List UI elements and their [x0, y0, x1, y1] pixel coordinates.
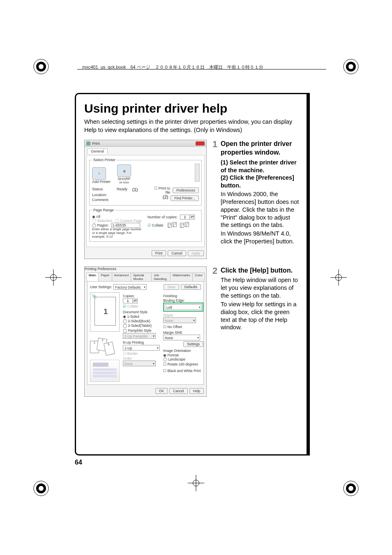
dialog-app-icon [86, 141, 90, 146]
nup-label: N-Up Printing [123, 340, 160, 345]
staple-dropdown[interactable]: None [163, 317, 196, 323]
radio-portrait[interactable]: Portrait [163, 353, 203, 357]
margin-shift-dropdown[interactable]: None [163, 335, 200, 340]
tab-special-modes[interactable]: Special Modes [131, 273, 152, 281]
step2-heading: Click the [Help] button. [221, 266, 299, 275]
binding-edge-label: Binding Edge: [163, 298, 203, 303]
page-number: 64 [75, 459, 82, 466]
radio-pages[interactable]: Pages: [92, 223, 109, 227]
defaults-button[interactable]: Defaults [181, 284, 201, 290]
tab-advanced[interactable]: Advanced [112, 273, 131, 281]
radio-landscape[interactable]: Landscape [163, 357, 203, 361]
document-style-label: Document Style [123, 310, 160, 314]
prefs-copies-spinner[interactable]: ▴▾ [123, 298, 138, 303]
user-settings-dropdown[interactable]: Factory Defaults [113, 284, 147, 290]
tab-color[interactable]: Color [192, 273, 205, 281]
printer-icon[interactable]: 🖨 [117, 164, 131, 177]
find-printer-button[interactable]: Find Printer... [171, 195, 199, 201]
step1-sub1: (1) Select the printer driver of the mac… [221, 159, 299, 174]
cancel-button[interactable]: Cancel [168, 250, 186, 256]
step-number-2: 2 [212, 266, 218, 397]
preferences-button[interactable]: Preferences [173, 187, 199, 193]
margin-shift-label: Margin Shift: [163, 331, 203, 335]
prefs-cancel-button[interactable]: Cancel [169, 388, 187, 394]
user-settings-label: User Settings: [90, 285, 112, 289]
page-preview: 📎 1 [90, 292, 120, 332]
prefs-collate-checkbox[interactable]: Collate [123, 304, 160, 308]
tab-job-handling[interactable]: Job Handling [151, 273, 171, 281]
no-offset-checkbox[interactable]: No Offset [163, 325, 203, 329]
order-dropdown[interactable]: None [123, 361, 156, 366]
prefs-tabs: Main Paper Advanced Special Modes Job Ha… [86, 272, 205, 282]
callout-2: (2) [163, 194, 168, 199]
apply-button[interactable]: Apply [188, 250, 204, 256]
save-button[interactable]: Save [164, 284, 179, 290]
help-button[interactable]: Help [189, 388, 204, 394]
pages-hint: Enter either a single page number or a s… [92, 228, 143, 238]
print-to-file-checkbox[interactable]: Print to file [154, 186, 170, 194]
svg-point-2 [39, 64, 44, 69]
crop-cross-bottom [188, 475, 204, 491]
page-range-legend: Page Range [92, 208, 115, 212]
ok-button[interactable]: OK [155, 388, 168, 394]
step1-sub2: (2) Click the [Preferences] button. [221, 174, 299, 190]
printer-sub: xx-xxxx [117, 181, 131, 184]
radio-selection[interactable]: Selection [92, 219, 113, 223]
border-checkbox[interactable]: Border [123, 352, 160, 356]
prefs-title: Printing Preferences [85, 267, 116, 271]
rotate-180-checkbox[interactable]: Rotate 180 degrees [163, 362, 203, 366]
device-preview [90, 360, 120, 382]
bw-print-checkbox[interactable]: Black and White Print [163, 369, 203, 373]
order-label: Order: [123, 356, 160, 361]
status-key: Status: [92, 187, 112, 192]
radio-1sided[interactable]: 1-Sided [123, 314, 160, 319]
step-number-1: 1 [212, 140, 218, 259]
step2-body1: The Help window will open to let you vie… [221, 276, 299, 300]
radio-2sided-book[interactable]: 2-Sided(Book) [123, 319, 160, 324]
printer-list-scrollbar[interactable] [195, 164, 200, 182]
preview-page-number: 1 [104, 308, 108, 316]
dialog-titlebar: Print [85, 140, 206, 147]
intro-text: When selecting settings in the printer d… [84, 118, 299, 134]
registration-mark-tl [32, 58, 50, 76]
prefs-titlebar: Printing Preferences [85, 267, 206, 271]
step1-body1: In Windows 2000, the [Preferences] butto… [221, 190, 299, 229]
tab-general[interactable]: General [87, 148, 108, 154]
nup-dropdown[interactable]: 1-Up [123, 345, 160, 351]
crop-line [77, 69, 326, 69]
registration-mark-tr [342, 58, 360, 76]
pamphlet-dropdown[interactable]: 2-Up Pamphlet [123, 333, 156, 339]
print-button[interactable]: Print [152, 250, 166, 256]
staple-label: Staple: [163, 313, 203, 317]
add-printer-icon[interactable]: ＋ [92, 167, 106, 180]
crop-cross-left [45, 269, 62, 286]
select-printer-group: Select Printer ＋ Add Printer 🖨 SHARP xx-… [89, 158, 202, 206]
dialog-title: Print [92, 141, 100, 146]
svg-point-5 [348, 64, 353, 69]
close-icon[interactable] [196, 141, 205, 146]
radio-pamphlet[interactable]: Pamphlet Style [123, 328, 160, 333]
add-printer-label: Add Printer [92, 180, 111, 184]
collate-icon-2: 1 2 3 1 2 3 [180, 222, 188, 229]
svg-point-8 [39, 486, 44, 491]
orientation-label: Image Orientation [163, 349, 203, 353]
thumb-index-stripe [307, 93, 310, 456]
tab-main[interactable]: Main [86, 273, 99, 281]
radio-2sided-tablet[interactable]: 2-Sided(Tablet) [123, 324, 160, 328]
collate-checkbox[interactable]: Collate [148, 223, 164, 227]
margin-settings-button[interactable]: Settings [183, 341, 203, 347]
radio-current-page[interactable]: Current Page [115, 219, 142, 223]
tab-watermarks[interactable]: Watermarks [170, 273, 193, 281]
radio-all[interactable]: All [92, 215, 143, 219]
tab-paper[interactable]: Paper [98, 273, 112, 281]
print-dialog: Print General Select Printer ＋ Add P [84, 140, 207, 259]
page-title: Using printer driver help [84, 102, 299, 116]
step1-body2: In Windows 98/Me/NT 4.0, click the [Prop… [221, 230, 299, 245]
copies-spinner[interactable]: ▴▾ [180, 215, 195, 220]
binding-edge-dropdown[interactable]: Left [165, 304, 202, 310]
copies-label: Number of copies: [148, 215, 178, 219]
svg-point-11 [348, 486, 353, 491]
nup-preview: 1 2 3 [90, 335, 120, 358]
copies-label: Copies: [123, 294, 160, 298]
registration-mark-bl [32, 479, 50, 497]
